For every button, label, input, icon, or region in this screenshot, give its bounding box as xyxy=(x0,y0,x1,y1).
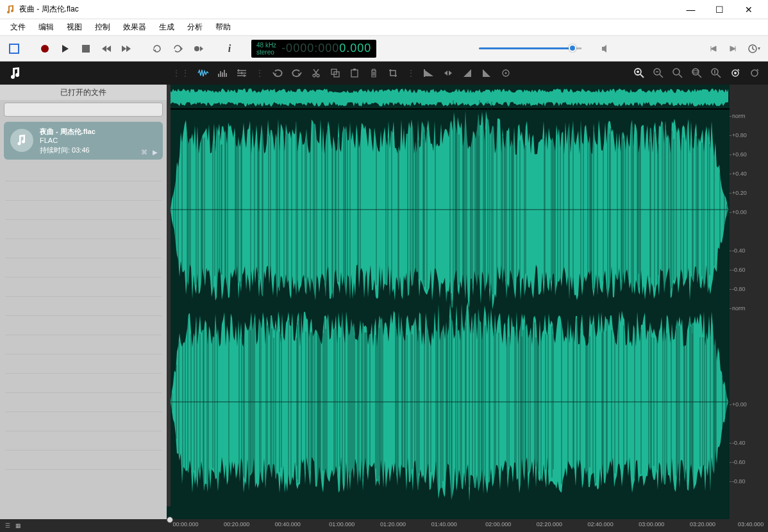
play-icon[interactable]: ▶ xyxy=(153,149,158,156)
link-icon: ⌘ xyxy=(141,149,147,156)
loop-region-button[interactable] xyxy=(169,40,187,58)
loop-button[interactable] xyxy=(149,40,167,58)
main-area: 已打开的文件 🔍 夜曲 - 周杰伦.flac FLAC 持续时间: 03:46 … xyxy=(0,85,768,519)
ramp-up-button[interactable] xyxy=(459,65,476,81)
menu-generate[interactable]: 生成 xyxy=(153,20,181,35)
redo-button[interactable] xyxy=(288,65,305,81)
fade-out-button[interactable] xyxy=(421,65,437,81)
samplerate-label: 48 kHz xyxy=(256,42,276,49)
svg-rect-14 xyxy=(351,70,358,77)
file-format: FLAC xyxy=(40,136,156,145)
zoom-fit-button[interactable] xyxy=(669,65,686,81)
waveform-area: norm +0.80 +0.60 +0.40 +0.20 +0.00 -0.40… xyxy=(167,85,768,519)
amplitude-ruler: norm +0.80 +0.60 +0.40 +0.20 +0.00 -0.40… xyxy=(730,85,768,519)
svg-point-27 xyxy=(751,70,758,76)
spectrum-view-button[interactable] xyxy=(214,65,231,81)
note-icon xyxy=(8,66,22,80)
rewind-button[interactable] xyxy=(97,40,115,58)
snapshot-button[interactable]: ▦ xyxy=(15,522,21,529)
nav-forward-button[interactable] xyxy=(724,40,742,58)
timeline: ☰ ▦ 00:00.000 00:20.000 00:40.000 01:00.… xyxy=(0,519,768,532)
svg-rect-5 xyxy=(218,74,219,77)
svg-rect-16 xyxy=(424,69,425,77)
toolbar: i 48 kHz stereo -0000:0000.000 ▾ xyxy=(0,36,768,62)
layout-button[interactable]: ☰ xyxy=(5,522,10,529)
crop-button[interactable] xyxy=(385,65,401,81)
zoom-reset-button[interactable] xyxy=(708,65,724,81)
delete-button[interactable] xyxy=(365,65,382,81)
menu-analyze[interactable]: 分析 xyxy=(181,20,209,35)
window-title: 夜曲 - 周杰伦.flac xyxy=(19,4,676,15)
info-button[interactable]: i xyxy=(221,40,238,58)
time-value: 0.000 xyxy=(339,42,371,54)
svg-point-10 xyxy=(313,74,315,77)
svg-rect-31 xyxy=(167,85,171,506)
forward-button[interactable] xyxy=(118,40,136,58)
svg-rect-0 xyxy=(10,44,19,53)
maximize-button[interactable]: ☐ xyxy=(705,0,734,19)
svg-rect-15 xyxy=(353,69,356,71)
grip-icon: ⋮⋮ xyxy=(172,68,190,78)
undo-button[interactable] xyxy=(269,65,286,81)
svg-rect-7 xyxy=(222,72,223,77)
stop-button[interactable] xyxy=(77,40,95,58)
timeline-ticks[interactable]: 00:00.000 00:20.000 00:40.000 01:00.000 … xyxy=(167,519,768,532)
minimize-button[interactable]: — xyxy=(676,0,705,19)
file-duration: 持续时间: 03:46 xyxy=(40,145,156,154)
sidebar-list xyxy=(0,162,167,519)
speaker-icon[interactable] xyxy=(597,40,615,58)
history-button[interactable]: ▾ xyxy=(745,40,763,58)
grip-icon-2: ⋮ xyxy=(255,68,264,78)
record-button[interactable] xyxy=(36,40,54,58)
svg-rect-2 xyxy=(82,45,90,53)
search-input[interactable] xyxy=(4,103,163,117)
sidebar-header: 已打开的文件 xyxy=(0,85,167,100)
menu-edit[interactable]: 编辑 xyxy=(32,20,60,35)
waveform-view-button[interactable] xyxy=(195,65,212,81)
nav-back-button[interactable] xyxy=(704,40,722,58)
file-item[interactable]: 夜曲 - 周杰伦.flac FLAC 持续时间: 03:46 ⌘ ▶ xyxy=(4,122,163,160)
ramp-down-button[interactable] xyxy=(478,65,495,81)
zoom-in-button[interactable] xyxy=(631,65,647,81)
svg-point-26 xyxy=(734,72,737,74)
channels-label: stereo xyxy=(256,49,276,56)
svg-rect-6 xyxy=(220,71,221,77)
zoom-out-button[interactable] xyxy=(650,65,667,81)
file-note-icon xyxy=(10,129,33,152)
grip-icon-3: ⋮ xyxy=(406,68,415,78)
zoom-selection-button[interactable] xyxy=(689,65,705,81)
svg-point-11 xyxy=(317,74,319,77)
app-icon xyxy=(5,4,15,15)
reverse-button[interactable] xyxy=(440,65,456,81)
svg-point-18 xyxy=(505,72,507,74)
paste-button[interactable] xyxy=(346,65,363,81)
window-controls: — ☐ ✕ xyxy=(676,0,763,19)
svg-rect-23 xyxy=(694,71,697,73)
edit-toolbar: ⋮⋮ ⋮ ⋮ xyxy=(0,62,768,85)
menu-help[interactable]: 帮助 xyxy=(209,20,237,35)
menu-effects[interactable]: 效果器 xyxy=(117,20,153,35)
sidebar: 已打开的文件 🔍 夜曲 - 周杰伦.flac FLAC 持续时间: 03:46 … xyxy=(0,85,167,519)
settings-button[interactable] xyxy=(497,65,514,81)
svg-point-21 xyxy=(673,69,680,75)
menu-file[interactable]: 文件 xyxy=(4,20,32,35)
cut-button[interactable] xyxy=(308,65,324,81)
svg-rect-8 xyxy=(224,70,225,77)
titlebar: 夜曲 - 周杰伦.flac — ☐ ✕ xyxy=(0,0,768,19)
svg-rect-9 xyxy=(226,73,227,77)
record-mode-button[interactable] xyxy=(190,40,208,58)
menu-view[interactable]: 视图 xyxy=(60,20,88,35)
multi-view-button[interactable] xyxy=(233,65,250,81)
menu-control[interactable]: 控制 xyxy=(88,20,117,35)
copy-button[interactable] xyxy=(327,65,344,81)
waveform-canvas[interactable] xyxy=(167,85,730,519)
volume-slider[interactable] xyxy=(479,47,581,51)
marker2-button[interactable] xyxy=(746,65,763,81)
marker-button[interactable] xyxy=(727,65,744,81)
play-button[interactable] xyxy=(56,40,74,58)
file-name: 夜曲 - 周杰伦.flac xyxy=(40,127,156,136)
selection-tool[interactable] xyxy=(5,40,23,58)
time-display: 48 kHz stereo -0000:0000.000 xyxy=(251,40,376,58)
svg-point-3 xyxy=(194,46,199,51)
close-button[interactable]: ✕ xyxy=(734,0,763,19)
